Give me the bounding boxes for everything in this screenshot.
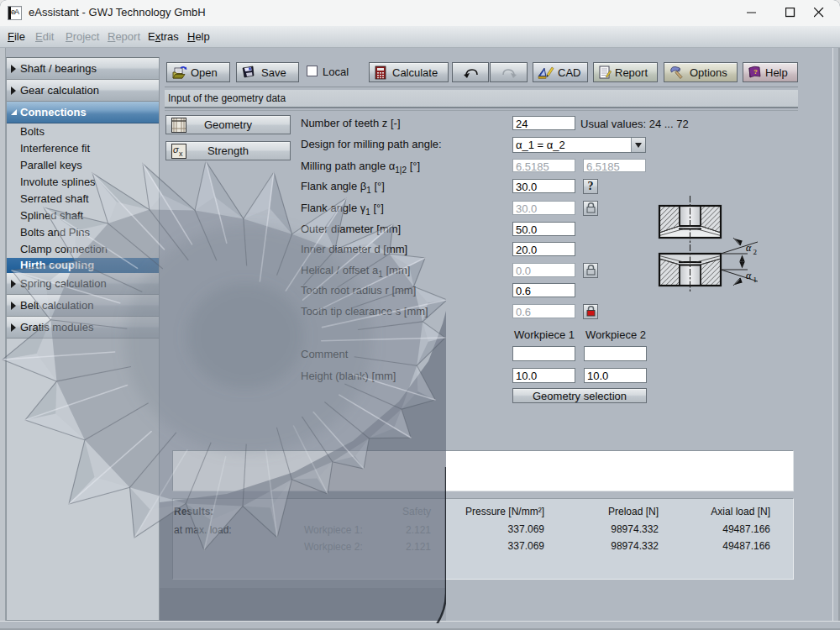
svg-text:α: α	[746, 242, 752, 254]
svg-text:2: 2	[753, 248, 758, 256]
svg-text:x: x	[179, 150, 183, 158]
svg-text:1: 1	[753, 276, 758, 284]
svg-text:σ: σ	[173, 144, 179, 155]
svg-text:α: α	[746, 270, 752, 281]
svg-text:?: ?	[753, 68, 758, 76]
